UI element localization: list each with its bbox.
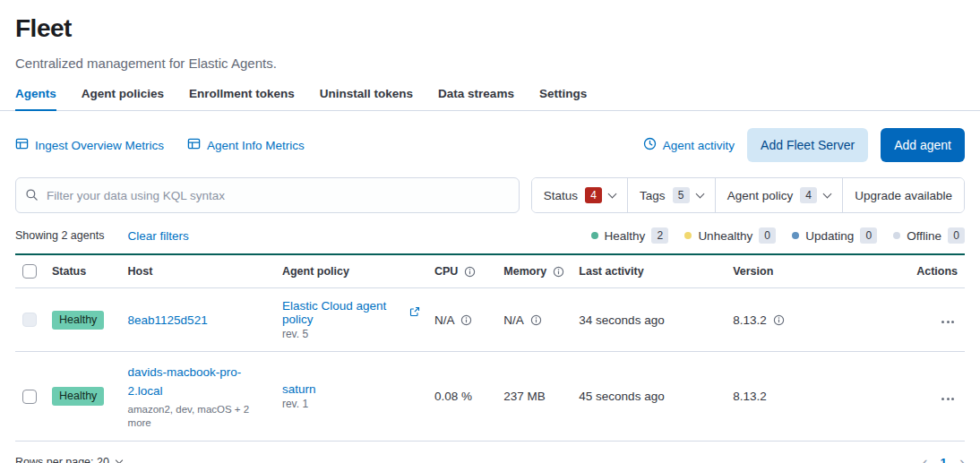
column-header-agent-policy[interactable]: Agent policy <box>275 254 427 288</box>
column-header-memory[interactable]: Memory <box>496 254 572 288</box>
kql-search-box <box>15 177 520 213</box>
status-filter-count-badge: 4 <box>585 187 602 203</box>
row-actions-button[interactable] <box>938 394 958 404</box>
last-activity-cell: 45 seconds ago <box>572 352 726 442</box>
policy-revision: rev. 1 <box>282 398 420 410</box>
tab-settings[interactable]: Settings <box>539 83 587 110</box>
chevron-down-icon <box>695 189 704 198</box>
column-header-cpu[interactable]: CPU <box>427 254 496 288</box>
toolbar-metrics-links: Ingest Overview Metrics Agent Info Metri… <box>15 137 305 153</box>
status-cell: Healthy <box>45 288 121 352</box>
version-cell: 8.13.2 <box>726 288 909 352</box>
clear-filters-link[interactable]: Clear filters <box>127 229 188 243</box>
rows-per-page-label: Rows per page: 20 <box>15 456 109 463</box>
row-actions-button[interactable] <box>938 317 958 327</box>
legend-updating-label: Updating <box>805 229 854 243</box>
tab-data-streams[interactable]: Data streams <box>438 83 514 110</box>
version-value: 8.13.2 <box>733 313 767 327</box>
agent-info-metrics-label: Agent Info Metrics <box>207 139 305 152</box>
add-agent-button[interactable]: Add agent <box>881 128 965 162</box>
tags-filter-count-badge: 5 <box>673 187 690 203</box>
host-cell: davids-macbook-pro-2.local amazon2, dev,… <box>121 352 275 442</box>
tab-enrollment-tokens[interactable]: Enrollment tokens <box>189 83 295 110</box>
ingest-overview-metrics-label: Ingest Overview Metrics <box>35 139 164 152</box>
page-number-1[interactable]: 1 <box>940 456 947 463</box>
updating-dot-icon <box>792 232 799 239</box>
legend-item-offline[interactable]: Offline 0 <box>893 227 965 244</box>
select-all-checkbox[interactable] <box>22 264 37 279</box>
ellipsis-icon <box>941 321 954 323</box>
legend-item-unhealthy[interactable]: Unhealthy 0 <box>684 227 776 244</box>
search-and-filters-row: Status 4 Tags 5 Agent policy 4 Upgrade a… <box>0 162 980 213</box>
healthy-dot-icon <box>591 232 598 239</box>
kql-search-input[interactable] <box>15 177 520 213</box>
table-chart-icon <box>15 137 29 153</box>
agent-policy-link[interactable]: Elastic Cloud agent policy <box>282 299 405 326</box>
memory-header-label: Memory <box>503 265 546 278</box>
rows-per-page-selector[interactable]: Rows per page: 20 <box>15 456 122 463</box>
offline-dot-icon <box>893 232 900 239</box>
agent-policy-cell: saturn rev. 1 <box>275 352 427 442</box>
info-icon[interactable] <box>773 314 785 326</box>
legend-offline-count: 0 <box>948 227 965 244</box>
policy-revision: rev. 5 <box>282 328 420 340</box>
unhealthy-dot-icon <box>684 232 692 239</box>
actions-cell <box>909 288 965 352</box>
column-header-host[interactable]: Host <box>121 254 275 288</box>
cpu-cell: N/A <box>427 288 496 352</box>
status-filter-button[interactable]: Status 4 <box>532 178 627 212</box>
memory-cell: 237 MB <box>496 352 572 442</box>
chevron-down-icon <box>823 189 832 198</box>
chevron-down-icon <box>116 457 123 463</box>
clock-icon <box>643 137 657 153</box>
page-subtitle: Centralized management for Elastic Agent… <box>15 54 965 73</box>
agent-policy-filter-button[interactable]: Agent policy 4 <box>715 178 843 212</box>
tab-uninstall-tokens[interactable]: Uninstall tokens <box>320 83 413 110</box>
agents-table: Status Host Agent policy CPU Memory <box>15 253 965 442</box>
memory-cell: N/A <box>496 288 572 352</box>
chevron-down-icon <box>608 189 617 198</box>
cpu-header-label: CPU <box>434 265 458 278</box>
previous-page-button[interactable]: ‹ <box>922 454 927 463</box>
info-icon[interactable] <box>460 314 472 326</box>
add-fleet-server-button[interactable]: Add Fleet Server <box>747 128 868 162</box>
ingest-overview-metrics-link[interactable]: Ingest Overview Metrics <box>15 137 164 153</box>
legend-item-healthy[interactable]: Healthy 2 <box>591 227 669 244</box>
fleet-tabs: Agents Agent policies Enrollment tokens … <box>0 83 980 111</box>
upgrade-available-filter-button[interactable]: Upgrade available <box>842 178 964 212</box>
table-header-row: Status Host Agent policy CPU Memory <box>15 254 965 288</box>
agent-activity-link[interactable]: Agent activity <box>643 137 735 153</box>
column-header-status[interactable]: Status <box>45 254 121 288</box>
info-icon[interactable] <box>553 266 564 278</box>
legend-healthy-count: 2 <box>651 227 668 244</box>
tab-agents[interactable]: Agents <box>15 83 56 110</box>
pagination: ‹ 1 › <box>922 454 965 463</box>
search-icon <box>25 188 39 204</box>
legend-offline-label: Offline <box>907 229 941 243</box>
host-link[interactable]: 8eab1125d521 <box>128 311 208 330</box>
toolbar-actions: Agent activity Add Fleet Server Add agen… <box>643 128 965 162</box>
agents-toolbar: Ingest Overview Metrics Agent Info Metri… <box>0 111 980 162</box>
row-checkbox <box>22 313 37 327</box>
status-cell: Healthy <box>45 352 121 442</box>
tags-filter-button[interactable]: Tags 5 <box>627 178 715 212</box>
info-icon[interactable] <box>464 266 476 278</box>
column-header-version[interactable]: Version <box>726 254 909 288</box>
agent-info-metrics-link[interactable]: Agent Info Metrics <box>187 137 305 153</box>
cpu-cell: 0.08 % <box>427 352 496 442</box>
column-header-last-activity[interactable]: Last activity <box>572 254 726 288</box>
agent-policy-filter-count-badge: 4 <box>800 187 817 203</box>
row-checkbox[interactable] <box>22 390 37 404</box>
ellipsis-icon <box>941 398 954 400</box>
showing-count-text: Showing 2 agents <box>15 229 104 242</box>
info-icon[interactable] <box>530 314 542 326</box>
column-header-actions: Actions <box>909 254 965 288</box>
legend-item-updating[interactable]: Updating 0 <box>792 227 877 244</box>
tab-agent-policies[interactable]: Agent policies <box>82 83 164 110</box>
memory-value: N/A <box>503 313 524 327</box>
agent-health-legend: Healthy 2 Unhealthy 0 Updating 0 Offline… <box>591 227 965 244</box>
status-filter-label: Status <box>544 189 578 202</box>
next-page-button[interactable]: › <box>959 454 965 463</box>
agent-policy-link[interactable]: saturn <box>282 382 316 396</box>
host-link[interactable]: davids-macbook-pro-2.local <box>128 363 249 400</box>
